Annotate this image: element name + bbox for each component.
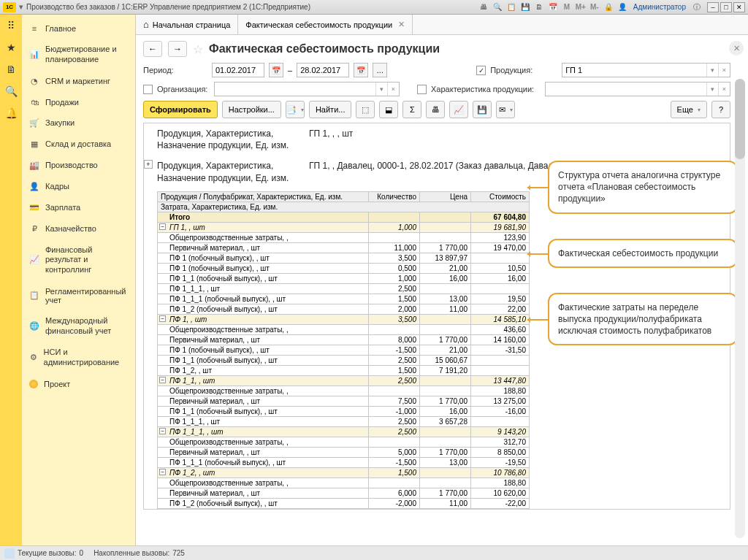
titlebar-icons: 🖶 🔍 📋 💾 🗎 📅 M M+ M- 🔒 👤 Администратор ⓘ <box>478 1 703 13</box>
dropdown-icon[interactable]: ▾ <box>19 2 23 12</box>
date-to-input[interactable] <box>297 63 349 77</box>
mail-button[interactable]: ✉▾ <box>496 101 515 118</box>
char-select[interactable]: ▾ × <box>545 82 730 96</box>
maximize-icon[interactable]: □ <box>720 2 732 12</box>
sidebar-item[interactable]: 📈Финансовый результат и контроллинг <box>22 240 135 280</box>
home-icon: ⌂ <box>143 19 149 30</box>
org-select[interactable]: ▾ × <box>214 82 400 96</box>
help-button[interactable]: ? <box>711 101 730 118</box>
apps-icon[interactable]: ⠿ <box>4 19 18 32</box>
product-select[interactable]: ГП 1 ▾ × <box>562 63 730 77</box>
print-icon[interactable]: 🖶 <box>478 1 489 13</box>
sidebar-item[interactable]: 👤Кадры <box>22 177 135 196</box>
content: ⌂Начальная страница Фактическая себестои… <box>135 15 748 545</box>
sidebar-item[interactable]: 🌐Международный финансовый учет <box>22 311 135 342</box>
titlebar: 1C ▾ Производство без заказов / 1С:ERP У… <box>0 0 748 15</box>
tab-home[interactable]: ⌂Начальная страница <box>136 15 238 34</box>
save-icon[interactable]: 💾 <box>519 1 531 13</box>
notifications-icon[interactable]: 🔔 <box>4 107 18 120</box>
calc-icon[interactable]: 🗎 <box>533 1 545 13</box>
page-title: Фактическая себестоимость продукции <box>209 42 440 55</box>
favorites-icon[interactable]: ★ <box>4 41 18 54</box>
calendar-icon[interactable]: 📅 <box>547 1 559 13</box>
tab-active[interactable]: Фактическая себестоимость продукции✕ <box>238 15 413 34</box>
period-pick-button[interactable]: … <box>373 63 387 77</box>
app-logo: 1C <box>3 2 16 12</box>
report-area: + Продукция, Характеристика, Назначение … <box>143 123 730 510</box>
clear-icon[interactable]: × <box>387 83 399 96</box>
scrollbar[interactable] <box>735 79 745 538</box>
char-label: Характеристика продукции: <box>431 85 541 93</box>
sidebar-item[interactable]: 🛒Закупки <box>22 113 135 133</box>
form-button[interactable]: Сформировать <box>143 101 218 118</box>
clear-icon[interactable]: × <box>718 83 730 96</box>
date-from-input[interactable] <box>212 63 264 77</box>
sidebar-item[interactable]: 📋Регламентированный учет <box>22 282 135 310</box>
sidebar-item[interactable]: ≡Главное <box>22 19 135 38</box>
more-button[interactable]: Еще▾ <box>671 101 707 118</box>
chevron-down-icon[interactable]: ▾ <box>706 83 718 96</box>
tabs: ⌂Начальная страница Фактическая себестои… <box>136 15 748 35</box>
history-icon[interactable]: 🗎 <box>4 63 18 76</box>
chart-button[interactable]: 📈 <box>449 101 468 118</box>
search-icon[interactable]: 🔍 <box>4 85 18 98</box>
nav-forward-button[interactable]: → <box>168 41 187 57</box>
period-label: Период: <box>143 66 181 74</box>
clear-icon[interactable]: × <box>718 64 730 77</box>
org-checkbox[interactable] <box>143 85 153 94</box>
lock-icon[interactable]: 🔒 <box>603 1 614 13</box>
find-button[interactable]: Найти... <box>309 101 352 118</box>
settings-button[interactable]: Настройки... <box>222 101 281 118</box>
sum-button[interactable]: Σ <box>402 101 421 118</box>
sidebar-item[interactable]: ▦Склад и доставка <box>22 134 135 154</box>
calendar-from-icon[interactable]: 📅 <box>269 63 283 77</box>
sidebar-item[interactable]: 📊Бюджетирование и планирование <box>22 39 135 70</box>
zoom-out-icon[interactable]: M- <box>589 1 600 13</box>
sidebar-item[interactable]: ⚙НСИ и администрирование <box>22 342 135 373</box>
chevron-down-icon[interactable]: ▾ <box>375 83 387 96</box>
report-table[interactable]: Продукция / Полуфабрикат, Характеристика… <box>157 191 530 509</box>
product-label: Продукция: <box>490 66 557 74</box>
nav-back-button[interactable]: ← <box>143 41 162 57</box>
expand-all-icon[interactable]: + <box>144 160 153 169</box>
user-icon[interactable]: 👤 <box>617 1 628 13</box>
calendar-to-icon[interactable]: 📅 <box>354 63 368 77</box>
expand-button[interactable]: ⬚ <box>356 101 375 118</box>
scroll-thumb[interactable] <box>735 79 745 159</box>
org-label: Организация: <box>157 85 210 93</box>
status-icon <box>4 548 15 559</box>
favorite-icon[interactable]: ☆ <box>193 42 203 56</box>
product-checkbox[interactable] <box>476 66 486 75</box>
sidebar: ≡Главное📊Бюджетирование и планирование◔C… <box>22 15 135 545</box>
sidebar-item[interactable]: 🛍Продажи <box>22 93 135 112</box>
close-window-icon[interactable]: ✕ <box>733 2 745 12</box>
sidebar-item[interactable]: Проект <box>22 375 135 394</box>
save-button[interactable]: 💾 <box>473 101 492 118</box>
sidebar-item[interactable]: ◔CRM и маркетинг <box>22 72 135 91</box>
sidebar-item[interactable]: ₽Казначейство <box>22 219 135 239</box>
print-button[interactable]: 🖶 <box>426 101 445 118</box>
window-title: Производство без заказов / 1С:ERP Управл… <box>26 3 310 11</box>
zoom-normal-icon[interactable]: M <box>561 1 573 13</box>
sidebar-item[interactable]: 💳Зарплата <box>22 198 135 218</box>
toolstrip: ⠿ ★ 🗎 🔍 🔔 <box>0 15 22 545</box>
toolbar: Сформировать Настройки... 📑▾ Найти... ⬚ … <box>143 101 730 118</box>
current-user[interactable]: Администратор <box>630 1 689 13</box>
chevron-down-icon[interactable]: ▾ <box>706 64 718 77</box>
sidebar-item[interactable]: 🏭Производство <box>22 156 135 175</box>
preview-icon[interactable]: 🔍 <box>492 1 503 13</box>
statusbar: Текущие вызовы: 0 Накопленные вызовы: 72… <box>0 545 748 560</box>
close-page-icon[interactable]: ✕ <box>729 41 744 55</box>
zoom-in-icon[interactable]: M+ <box>575 1 587 13</box>
char-checkbox[interactable] <box>417 85 427 94</box>
clipboard-icon[interactable]: 📋 <box>505 1 517 13</box>
page: ✕ ← → ☆ Фактическая себестоимость продук… <box>136 35 748 545</box>
filter-button[interactable]: 📑▾ <box>286 101 305 118</box>
minimize-icon[interactable]: – <box>707 2 719 12</box>
close-tab-icon[interactable]: ✕ <box>398 20 405 29</box>
info-icon[interactable]: ⓘ <box>691 1 703 13</box>
collapse-button[interactable]: ⬓ <box>379 101 398 118</box>
